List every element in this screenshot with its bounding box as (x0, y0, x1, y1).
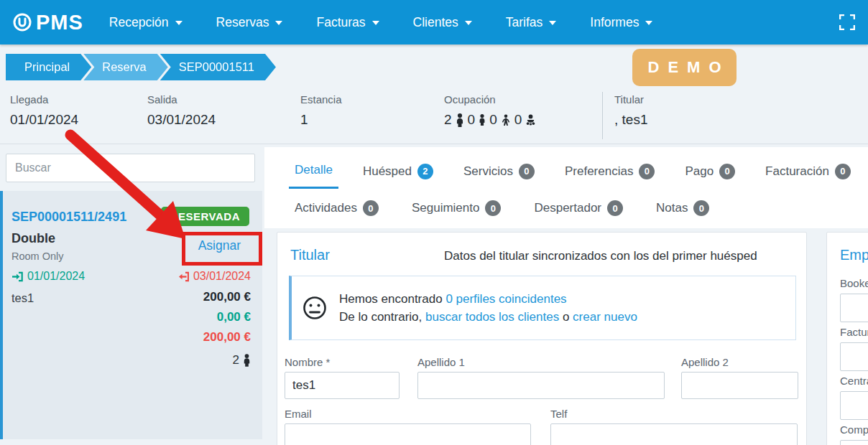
email-label: Email (285, 408, 312, 420)
main-menu: Recepción Reservas Facturas Clientes Tar… (109, 15, 687, 30)
titular-card: Titular Datos del titular sincronizados … (277, 232, 807, 445)
breadcrumb-principal[interactable]: Principal (6, 54, 91, 80)
count-badge: 0 (485, 200, 501, 216)
profiles-alert: Hemos encontrado 0 perfiles coincidentes… (289, 276, 796, 340)
tab-notas[interactable]: Notas0 (650, 200, 715, 225)
compania-field[interactable] (840, 440, 868, 445)
tab-huesped[interactable]: Huésped2 (357, 164, 439, 189)
tabs-row-2: Actividades0 Seguimiento0 Despertador0 N… (289, 200, 737, 225)
search-input[interactable] (6, 154, 255, 182)
status-badge: RESERVADA (161, 207, 249, 226)
chevron-down-icon (372, 21, 379, 29)
tab-seguimiento[interactable]: Seguimiento0 (406, 200, 507, 225)
apellido1-field[interactable] (417, 372, 665, 399)
chevron-down-icon (549, 21, 556, 29)
demo-badge: DEMO (632, 49, 737, 86)
count-badge: 0 (607, 200, 623, 216)
menu-clientes[interactable]: Clientes (413, 15, 472, 30)
menu-tarifas[interactable]: Tarifas (506, 15, 557, 30)
detail-tabs-panel: Detalle Huésped2 Servicios0 Preferencias… (264, 147, 868, 228)
facturar-field[interactable] (840, 342, 868, 371)
summary-ocupacion: Ocupación 2 0 0 0 (444, 93, 536, 128)
nombre-field[interactable] (285, 372, 400, 399)
top-navbar: PMS Recepción Reservas Facturas Clientes… (0, 0, 868, 44)
matching-profiles-link[interactable]: 0 perfiles coincidentes (445, 292, 566, 306)
empresa-title: Emp (840, 247, 868, 263)
checkin-icon (11, 271, 23, 282)
or-text: o (563, 310, 569, 324)
checkout-date: 03/01/2024 (177, 270, 251, 283)
empresa-card: Emp Booker Factura Central Compa (826, 232, 868, 445)
booker-field[interactable] (840, 294, 868, 322)
menu-informes[interactable]: Informes (590, 15, 652, 30)
summary-salida: Salida 03/01/2024 (147, 93, 216, 128)
reservation-card[interactable]: SEP00001511/2491 RESERVADA Double Asigna… (0, 191, 262, 439)
breadcrumb-reservation-id[interactable]: SEP00001511 (160, 54, 276, 80)
chevron-down-icon (465, 21, 472, 29)
tab-despertador[interactable]: Despertador0 (528, 200, 629, 225)
meh-face-icon (302, 295, 328, 321)
assign-link[interactable]: Asignar (198, 238, 241, 253)
count-badge: 0 (719, 164, 735, 179)
app-logo[interactable]: PMS (11, 11, 83, 34)
summary-llegada: Llegada 01/01/2024 (10, 93, 78, 128)
count-badge: 0 (519, 164, 535, 179)
facturar-label: Factura (840, 326, 868, 338)
summary-titular: Titular , tes1 (614, 93, 647, 128)
count-badge: 0 (835, 164, 851, 179)
titular-subtitle: Datos del titular sincronizados con los … (444, 249, 757, 263)
menu-facturas[interactable]: Facturas (316, 15, 379, 30)
summary-divider (602, 92, 603, 139)
child-icon (501, 114, 511, 126)
amount-due: 200,00 € (203, 330, 251, 345)
baby-icon (525, 114, 536, 126)
count-badge: 0 (363, 200, 379, 216)
adult-icon (456, 113, 464, 127)
pax-count: 2 (233, 353, 251, 367)
amount-total: 200,00 € (203, 290, 251, 304)
email-field[interactable] (285, 423, 531, 445)
apellido2-field[interactable] (681, 372, 798, 399)
tab-actividades[interactable]: Actividades0 (289, 200, 384, 225)
tab-pago[interactable]: Pago0 (679, 164, 741, 189)
fullscreen-icon[interactable] (839, 14, 855, 30)
person-icon (243, 354, 251, 367)
apellido2-label: Apellido 2 (681, 356, 729, 368)
breadcrumb-reserva[interactable]: Reserva (83, 54, 167, 80)
tab-detalle[interactable]: Detalle (289, 163, 338, 189)
search-all-clients-link[interactable]: buscar todos los clientes (425, 310, 559, 324)
header-divider (0, 144, 868, 144)
tab-servicios[interactable]: Servicios0 (458, 164, 540, 189)
nombre-label: Nombre * (285, 356, 330, 368)
tabs-row-1: Detalle Huésped2 Servicios0 Preferencias… (289, 163, 868, 189)
tab-facturacion[interactable]: Facturación0 (760, 164, 857, 189)
room-type: Double (11, 231, 55, 246)
tab-preferencias[interactable]: Preferencias0 (559, 164, 660, 189)
telf-field[interactable] (550, 423, 798, 445)
central-label: Central (840, 375, 868, 387)
found-text: Hemos encontrado (339, 292, 443, 306)
chevron-down-icon (645, 21, 652, 29)
menu-reservas[interactable]: Reservas (216, 15, 283, 30)
guest-name: tes1 (11, 291, 34, 305)
count-badge: 2 (417, 164, 433, 179)
reservation-code-link[interactable]: SEP00001511/2491 (11, 210, 126, 225)
create-new-link[interactable]: crear nuevo (573, 310, 637, 324)
titular-title: Titular (290, 247, 330, 263)
apellido1-label: Apellido 1 (417, 356, 465, 368)
booker-label: Booker (840, 277, 868, 289)
checkin-date: 01/01/2024 (11, 270, 85, 283)
chevron-down-icon (275, 21, 282, 29)
menu-recepcion[interactable]: Recepción (109, 15, 183, 30)
compania-label: Compa (840, 423, 868, 436)
summary-estancia: Estancia 1 (300, 93, 342, 128)
junior-icon (479, 114, 486, 126)
count-badge: 0 (639, 164, 655, 179)
app-title: PMS (36, 11, 83, 34)
board-type: Room Only (11, 250, 64, 262)
central-field[interactable] (840, 391, 868, 420)
amount-paid: 0,00 € (217, 310, 251, 324)
otherwise-text: De lo contrario, (339, 310, 422, 324)
checkout-icon (177, 271, 189, 282)
chevron-down-icon (175, 21, 183, 29)
